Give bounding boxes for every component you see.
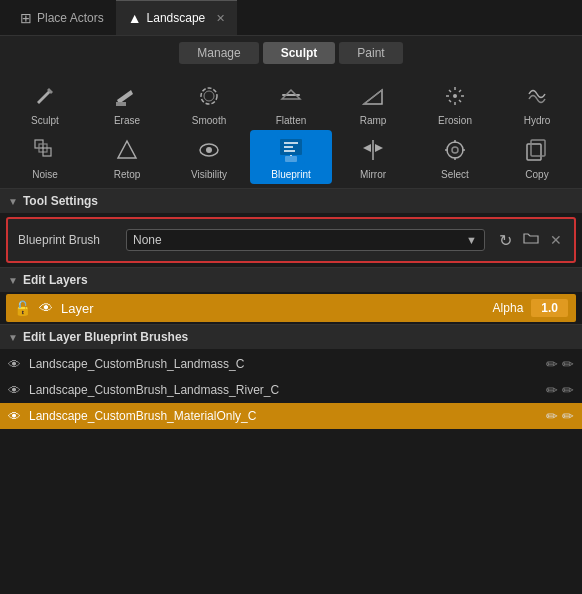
tab-place-actors[interactable]: ⊞ Place Actors <box>8 0 116 35</box>
brush-edit-icon-1[interactable]: ✏ <box>546 356 558 372</box>
tool-ramp[interactable]: Ramp <box>332 76 414 130</box>
brush-item-1[interactable]: 👁 Landscape_CustomBrush_Landmass_C ✏ ✏ <box>0 351 582 377</box>
layer-lock-icon[interactable]: 🔓 <box>14 300 31 316</box>
hydro-icon <box>521 80 553 112</box>
brush-list: 👁 Landscape_CustomBrush_Landmass_C ✏ ✏ 👁… <box>0 351 582 429</box>
flatten-icon <box>275 80 307 112</box>
blueprint-brush-label: Blueprint Brush <box>18 233 118 247</box>
tool-select[interactable]: Select <box>414 130 496 184</box>
svg-rect-3 <box>116 102 126 106</box>
copy-icon <box>521 134 553 166</box>
tool-smooth-label: Smooth <box>192 115 226 126</box>
tool-noise[interactable]: Noise <box>4 130 86 184</box>
tool-copy[interactable]: Copy <box>496 130 578 184</box>
place-actors-icon: ⊞ <box>20 10 32 26</box>
tool-retop-label: Retop <box>114 169 141 180</box>
tool-mirror[interactable]: Mirror <box>332 130 414 184</box>
tool-settings-arrow: ▼ <box>8 196 18 207</box>
svg-point-24 <box>206 147 212 153</box>
brush-eye-icon-2[interactable]: 👁 <box>8 383 21 398</box>
tool-erosion[interactable]: Erosion <box>414 76 496 130</box>
smooth-icon <box>193 80 225 112</box>
noise-icon <box>29 134 61 166</box>
svg-rect-41 <box>527 144 541 160</box>
tool-retop[interactable]: Retop <box>86 130 168 184</box>
blueprint-brush-select[interactable]: None <box>126 229 485 251</box>
svg-marker-0 <box>37 90 51 104</box>
tool-settings-box: Blueprint Brush None ▼ ↻ ✕ <box>6 217 576 263</box>
sculpt-button[interactable]: Sculpt <box>263 42 336 64</box>
visibility-icon <box>193 134 225 166</box>
brush-actions-2: ✏ ✏ <box>546 382 574 398</box>
edit-layers-label: Edit Layers <box>23 273 88 287</box>
brush-eye-icon-1[interactable]: 👁 <box>8 357 21 372</box>
svg-rect-30 <box>285 156 297 162</box>
tab-bar: ⊞ Place Actors ▲ Landscape ✕ <box>0 0 582 36</box>
tool-sculpt-label: Sculpt <box>31 115 59 126</box>
tool-blueprint-label: Blueprint <box>271 169 310 180</box>
brush-actions-3: ✏ ✏ <box>546 408 574 424</box>
retop-icon <box>111 134 143 166</box>
svg-marker-22 <box>118 141 136 158</box>
tool-flatten[interactable]: Flatten <box>250 76 332 130</box>
refresh-icon[interactable]: ↻ <box>497 229 514 252</box>
layer-name: Layer <box>61 301 485 316</box>
landscape-icon: ▲ <box>128 10 142 26</box>
mirror-icon <box>357 134 389 166</box>
mode-toolbar: Manage Sculpt Paint <box>0 36 582 70</box>
svg-line-15 <box>449 90 451 92</box>
svg-point-5 <box>204 91 214 101</box>
brush-item-2[interactable]: 👁 Landscape_CustomBrush_Landmass_River_C… <box>0 377 582 403</box>
tools-grid: Sculpt Erase Smooth Flatten Ramp Erosion <box>0 70 582 188</box>
tool-visibility-label: Visibility <box>191 169 227 180</box>
brush-eye-icon-3[interactable]: 👁 <box>8 409 21 424</box>
brush-delete-icon-2[interactable]: ✏ <box>562 382 574 398</box>
blueprint-icon <box>275 134 307 166</box>
close-icon[interactable]: ✕ <box>548 230 564 250</box>
svg-rect-42 <box>531 140 545 156</box>
svg-point-35 <box>447 142 463 158</box>
brush-actions-1: ✏ ✏ <box>546 356 574 372</box>
tool-settings-section: ▼ Tool Settings <box>0 188 582 213</box>
tool-visibility[interactable]: Visibility <box>168 130 250 184</box>
tool-mirror-label: Mirror <box>360 169 386 180</box>
paint-button[interactable]: Paint <box>339 42 402 64</box>
tool-smooth[interactable]: Smooth <box>168 76 250 130</box>
tool-settings-label: Tool Settings <box>23 194 98 208</box>
tab-landscape[interactable]: ▲ Landscape ✕ <box>116 0 238 35</box>
manage-button[interactable]: Manage <box>179 42 258 64</box>
brush-edit-icon-3[interactable]: ✏ <box>546 408 558 424</box>
edit-layer-brushes-label: Edit Layer Blueprint Brushes <box>23 330 188 344</box>
brush-edit-icon-2[interactable]: ✏ <box>546 382 558 398</box>
brush-item-3[interactable]: 👁 Landscape_CustomBrush_MaterialOnly_C ✏… <box>0 403 582 429</box>
brush-name-2: Landscape_CustomBrush_Landmass_River_C <box>29 383 538 397</box>
select-icon <box>439 134 471 166</box>
layer-alpha-value[interactable]: 1.0 <box>531 299 568 317</box>
tab-place-actors-label: Place Actors <box>37 11 104 25</box>
brush-delete-icon-3[interactable]: ✏ <box>562 408 574 424</box>
tool-erase-label: Erase <box>114 115 140 126</box>
tab-close-icon[interactable]: ✕ <box>216 12 225 25</box>
svg-line-9 <box>364 90 382 104</box>
tool-hydro-label: Hydro <box>524 115 551 126</box>
brush-name-3: Landscape_CustomBrush_MaterialOnly_C <box>29 409 538 423</box>
brush-delete-icon-1[interactable]: ✏ <box>562 356 574 372</box>
svg-point-4 <box>201 88 217 104</box>
sculpt-icon <box>29 80 61 112</box>
tool-sculpt[interactable]: Sculpt <box>4 76 86 130</box>
layer-eye-icon[interactable]: 👁 <box>39 300 53 316</box>
svg-line-17 <box>459 90 461 92</box>
edit-layer-brushes-section: ▼ Edit Layer Blueprint Brushes <box>0 324 582 349</box>
svg-line-18 <box>449 100 451 102</box>
erase-icon <box>111 80 143 112</box>
tool-erase[interactable]: Erase <box>86 76 168 130</box>
layer-row: 🔓 👁 Layer Alpha 1.0 <box>6 294 576 322</box>
brush-name-1: Landscape_CustomBrush_Landmass_C <box>29 357 538 371</box>
tool-copy-label: Copy <box>525 169 548 180</box>
folder-icon[interactable] <box>520 227 542 253</box>
settings-action-icons: ↻ ✕ <box>497 227 564 253</box>
tool-blueprint[interactable]: Blueprint <box>250 130 332 184</box>
tool-hydro[interactable]: Hydro <box>496 76 578 130</box>
svg-marker-2 <box>117 90 133 104</box>
svg-point-36 <box>452 147 458 153</box>
